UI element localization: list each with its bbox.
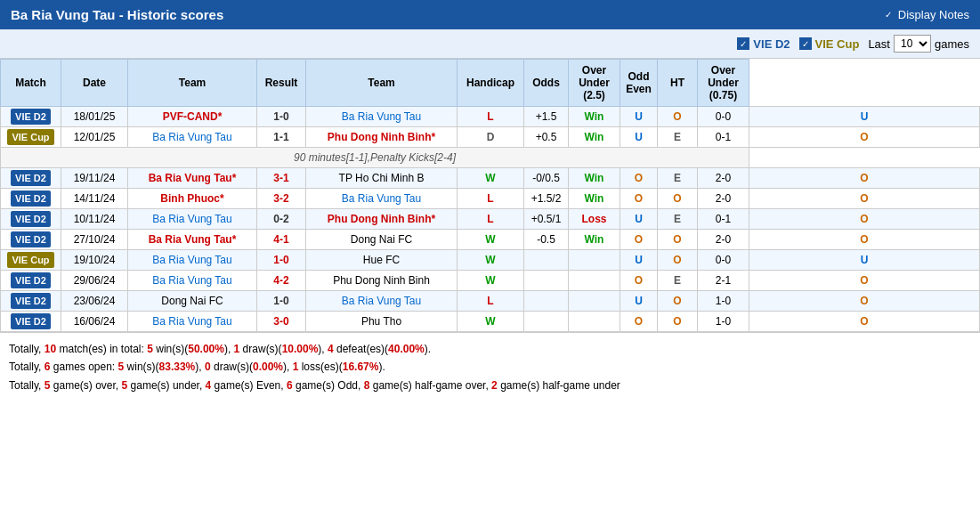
team1-cell: PVF-CAND* xyxy=(128,107,257,127)
wdl-cell: L xyxy=(458,291,524,312)
team2-cell: Phu Dong Ninh Binh* xyxy=(306,209,458,230)
ou075-cell: U xyxy=(749,107,980,127)
ou075-line3: (0.75) xyxy=(709,89,737,101)
date-cell: 27/10/24 xyxy=(61,230,128,250)
competition-cell[interactable]: VIE D2 xyxy=(1,168,61,189)
ht-cell: 2-1 xyxy=(698,271,749,291)
team2-cell: Phu Tho xyxy=(306,312,458,332)
wdl-cell: W xyxy=(458,271,524,291)
odds-cell: Loss xyxy=(569,209,620,230)
team1-cell: Ba Ria Vung Tau xyxy=(128,209,257,230)
result-cell: 1-0 xyxy=(257,250,306,271)
date-cell: 29/06/24 xyxy=(61,271,128,291)
competition-cell[interactable]: VIE Cup xyxy=(1,127,61,148)
table-row: VIE D229/06/24Ba Ria Vung Tau4-2Phu Dong… xyxy=(1,271,980,291)
result-cell: 3-1 xyxy=(257,168,306,189)
games-select[interactable]: 10 5 15 20 25 30 xyxy=(894,35,931,53)
summary-line: Totally, 6 games open: 5 win(s)(83.33%),… xyxy=(9,358,971,376)
ou075-line1: Over xyxy=(711,64,735,77)
last-label: Last xyxy=(868,37,890,51)
ht-cell: 2-0 xyxy=(698,189,749,209)
ou075-line2: Under xyxy=(708,77,739,89)
odds-cell xyxy=(569,312,620,332)
ou25-cell: O xyxy=(620,271,658,291)
ou25-cell: O xyxy=(620,168,658,189)
team1-cell: Ba Ria Vung Tau* xyxy=(128,230,257,250)
col-header-date: Date xyxy=(61,60,128,107)
historic-scores-table: Match Date Team Result Team Handicap Odd… xyxy=(0,59,980,332)
table-row: VIE D227/10/24Ba Ria Vung Tau*4-1Dong Na… xyxy=(1,230,980,250)
team1-cell: Ba Ria Vung Tau xyxy=(128,271,257,291)
wdl-cell: L xyxy=(458,107,524,127)
vied2-checkbox[interactable]: ✓ xyxy=(737,37,749,50)
table-header-row: Match Date Team Result Team Handicap Odd… xyxy=(1,60,980,107)
competition-cell[interactable]: VIE D2 xyxy=(1,230,61,250)
handicap-cell xyxy=(524,250,569,271)
table-row: VIE D214/11/24Binh Phuoc*3-2Ba Ria Vung … xyxy=(1,189,980,209)
ou25-line1: Over xyxy=(582,64,606,77)
competition-cell[interactable]: VIE D2 xyxy=(1,312,61,332)
competition-cell[interactable]: VIE D2 xyxy=(1,107,61,127)
oddeven-cell: O xyxy=(658,107,698,127)
ht-cell: 0-1 xyxy=(698,209,749,230)
team2-cell: Ba Ria Vung Tau xyxy=(306,291,458,312)
team2-cell: Ba Ria Vung Tau xyxy=(306,107,458,127)
wdl-cell: W xyxy=(458,250,524,271)
col-header-match: Match xyxy=(1,60,61,107)
ht-cell: 1-0 xyxy=(698,312,749,332)
result-cell: 4-2 xyxy=(257,271,306,291)
ou25-cell: O xyxy=(620,189,658,209)
team2-cell: Hue FC xyxy=(306,250,458,271)
last-games-filter: Last 10 5 15 20 25 30 games xyxy=(868,35,969,53)
oddeven-cell: E xyxy=(658,209,698,230)
table-row: VIE Cup19/10/24Ba Ria Vung Tau1-0Hue FCW… xyxy=(1,250,980,271)
summary-section: Totally, 10 match(es) in total: 5 win(s)… xyxy=(0,332,980,401)
col-header-ou075: Over Under (0.75) xyxy=(698,60,749,107)
ht-cell: 1-0 xyxy=(698,291,749,312)
note-cell: 90 minutes[1-1],Penalty Kicks[2-4] xyxy=(1,148,749,168)
ht-cell: 0-0 xyxy=(698,250,749,271)
team2-cell: TP Ho Chi Minh B xyxy=(306,168,458,189)
col-header-team2: Team xyxy=(306,60,458,107)
result-cell: 1-0 xyxy=(257,107,306,127)
table-row: VIE D219/11/24Ba Ria Vung Tau*3-1TP Ho C… xyxy=(1,168,980,189)
competition-cell[interactable]: VIE D2 xyxy=(1,291,61,312)
table-row: VIE D223/06/24Dong Nai FC1-0Ba Ria Vung … xyxy=(1,291,980,312)
wdl-cell: D xyxy=(458,127,524,148)
result-cell: 4-1 xyxy=(257,230,306,250)
ht-cell: 2-0 xyxy=(698,230,749,250)
team1-cell: Ba Ria Vung Tau xyxy=(128,127,257,148)
wdl-cell: L xyxy=(458,189,524,209)
ou075-cell: O xyxy=(749,189,980,209)
header: Ba Ria Vung Tau - Historic scores ✓ Disp… xyxy=(0,0,980,29)
date-cell: 23/06/24 xyxy=(61,291,128,312)
competition-cell[interactable]: VIE D2 xyxy=(1,209,61,230)
ou075-cell: O xyxy=(749,127,980,148)
team1-cell: Ba Ria Vung Tau xyxy=(128,312,257,332)
col-header-ou25: Over Under (2.5) xyxy=(569,60,620,107)
vied2-filter[interactable]: ✓ VIE D2 xyxy=(737,37,790,51)
team1-cell: Dong Nai FC xyxy=(128,291,257,312)
ou25-cell: O xyxy=(620,230,658,250)
checkmark-icon: ✓ xyxy=(882,9,895,21)
result-cell: 3-0 xyxy=(257,312,306,332)
competition-cell[interactable]: VIE D2 xyxy=(1,189,61,209)
competition-cell[interactable]: VIE D2 xyxy=(1,271,61,291)
wdl-cell: W xyxy=(458,230,524,250)
display-notes-checkbox[interactable]: ✓ Display Notes xyxy=(882,8,969,21)
note-row: 90 minutes[1-1],Penalty Kicks[2-4] xyxy=(1,148,980,168)
date-cell: 16/06/24 xyxy=(61,312,128,332)
viecup-filter[interactable]: ✓ VIE Cup xyxy=(799,37,860,51)
table-row: VIE D210/11/24Ba Ria Vung Tau0-2Phu Dong… xyxy=(1,209,980,230)
ht-cell: 2-0 xyxy=(698,168,749,189)
ht-cell: 0-0 xyxy=(698,107,749,127)
viecup-checkbox[interactable]: ✓ xyxy=(799,37,812,50)
team2-cell: Phu Dong Ninh Binh xyxy=(306,271,458,291)
competition-cell[interactable]: VIE Cup xyxy=(1,250,61,271)
odds-cell: Win xyxy=(569,189,620,209)
ou075-cell: O xyxy=(749,230,980,250)
team2-cell: Ba Ria Vung Tau xyxy=(306,189,458,209)
handicap-cell: +1.5 xyxy=(524,107,569,127)
handicap-cell: -0.5 xyxy=(524,230,569,250)
ou25-cell: U xyxy=(620,291,658,312)
